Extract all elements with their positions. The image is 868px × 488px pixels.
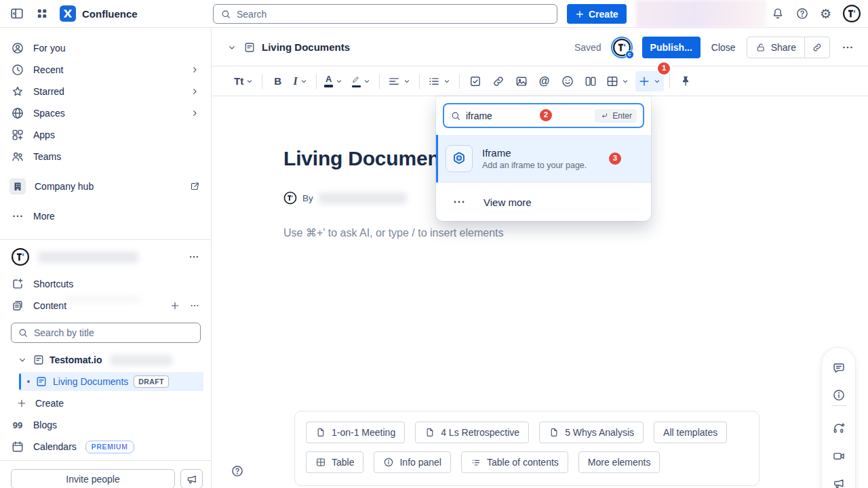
- add-content-icon[interactable]: [170, 300, 180, 311]
- chevron-down-icon[interactable]: [226, 42, 237, 53]
- sidebar-create-page[interactable]: Create: [11, 394, 64, 413]
- doc-icon: [33, 354, 45, 366]
- help-icon[interactable]: [231, 464, 244, 478]
- pages-icon: [11, 299, 24, 312]
- enter-hint: Enter: [595, 109, 637, 123]
- toolbar-emoji-button[interactable]: [557, 71, 577, 92]
- toolbar-bold-button[interactable]: B: [268, 71, 288, 92]
- list-icon: [427, 75, 441, 88]
- template-chip-all-templates[interactable]: All templates: [654, 422, 727, 443]
- chip-label: Table: [332, 457, 354, 468]
- chevron-down-icon[interactable]: [17, 354, 28, 365]
- invite-people-button[interactable]: Invite people: [11, 469, 175, 488]
- gear-icon[interactable]: ⚙: [820, 7, 831, 20]
- draft-badge: DRAFT: [134, 375, 169, 388]
- sidebar-item-spaces[interactable]: Spaces: [5, 102, 205, 124]
- insert-item-iframe[interactable]: Iframe Add an iframe to your page. 3: [436, 135, 651, 182]
- close-button[interactable]: Close: [711, 42, 736, 53]
- quick-templates-panel: 1-on-1 Meeting4 Ls Retrospective5 Whys A…: [294, 411, 760, 486]
- video-icon[interactable]: [832, 449, 846, 463]
- user-avatar[interactable]: [842, 4, 861, 23]
- template-chip-more-elements[interactable]: More elements: [578, 451, 660, 473]
- create-button[interactable]: Create: [567, 4, 627, 24]
- sidebar-item-apps[interactable]: Apps: [5, 124, 205, 146]
- comment-icon[interactable]: [832, 361, 846, 375]
- content-search-input[interactable]: [34, 327, 194, 338]
- tree-item-living-documents[interactable]: Living Documents DRAFT: [19, 372, 203, 391]
- copy-link-button[interactable]: [805, 37, 829, 58]
- view-more-button[interactable]: View more: [436, 182, 651, 221]
- help-icon[interactable]: [795, 7, 809, 20]
- author-avatar[interactable]: [283, 191, 297, 205]
- sidebar-item-more[interactable]: More: [5, 205, 205, 227]
- person-circle-icon: [11, 41, 24, 55]
- toolbar-mention-button[interactable]: @: [534, 71, 554, 92]
- chevron-down-icon: [442, 77, 452, 86]
- sidebar-item-recent[interactable]: Recent: [5, 59, 205, 81]
- toolbar-alignment-button[interactable]: [385, 71, 414, 92]
- search-input[interactable]: [237, 9, 550, 20]
- global-search[interactable]: [213, 4, 557, 24]
- breadcrumb-page-title[interactable]: Living Documents: [262, 41, 350, 53]
- content-more-icon[interactable]: [189, 300, 200, 311]
- template-chip-1-on-1-meeting[interactable]: 1-on-1 Meeting: [306, 422, 405, 443]
- toolbar-layouts-button[interactable]: [580, 71, 600, 92]
- pin-icon: [679, 75, 692, 88]
- confluence-brand[interactable]: Confluence: [60, 5, 138, 22]
- editing-avatar[interactable]: c: [612, 38, 631, 57]
- template-chip-4-ls-retrospective[interactable]: 4 Ls Retrospective: [415, 422, 529, 443]
- align-icon: [387, 75, 401, 88]
- space-avatar: [11, 247, 30, 266]
- headset-plus-icon[interactable]: [832, 422, 846, 435]
- chip-label: Table of contents: [487, 457, 559, 468]
- space-header[interactable]: [5, 245, 205, 268]
- content-search[interactable]: [11, 323, 201, 343]
- template-chip-info-panel[interactable]: Info panel: [374, 451, 451, 473]
- publish-button[interactable]: Publish...: [642, 37, 701, 58]
- toolbar-lists-button[interactable]: [425, 71, 454, 92]
- template-chip-table-of-contents[interactable]: Table of contents: [461, 451, 568, 473]
- page-title[interactable]: Living Documents: [283, 147, 458, 170]
- share-button[interactable]: Share: [747, 37, 804, 58]
- toolbar-highlight-button[interactable]: [349, 71, 374, 92]
- sidebar-item-shortcuts[interactable]: Shortcuts: [5, 273, 205, 295]
- toolbar-image-button[interactable]: [511, 71, 531, 92]
- sidebar-item-starred[interactable]: Starred: [5, 81, 205, 102]
- toolbar-pin-button[interactable]: [675, 71, 695, 92]
- template-chip-5-whys-analysis[interactable]: 5 Whys Analysis: [539, 422, 644, 443]
- redacted-tree-suffix: [110, 355, 172, 365]
- toolbar-italic-button[interactable]: I: [291, 71, 311, 92]
- template-chip-table[interactable]: Table: [306, 451, 363, 473]
- insert-search-input[interactable]: iframe 2 Enter: [443, 103, 644, 128]
- building-glyph: [12, 180, 24, 192]
- sidebar-item-teams[interactable]: Teams: [5, 146, 205, 167]
- sidebar-item-content[interactable]: Content: [5, 295, 205, 317]
- share-label: Share: [771, 42, 796, 53]
- columns-icon: [584, 75, 597, 88]
- more-actions-icon[interactable]: [841, 41, 854, 54]
- collapse-sidebar-icon[interactable]: [9, 6, 24, 21]
- toolbar-table-button[interactable]: [604, 71, 632, 92]
- tree-item-space-root[interactable]: Testomat.io: [17, 351, 172, 369]
- sidebar-item-blogs[interactable]: 99 Blogs: [5, 414, 205, 436]
- toolbar-link-button[interactable]: [488, 71, 508, 92]
- rail-divider: [831, 405, 846, 406]
- page-header: Living Documents Saved c Publish... Clos…: [212, 28, 868, 66]
- sidebar-item-company-hub[interactable]: Company hub: [5, 176, 205, 197]
- feedback-button[interactable]: [180, 469, 203, 488]
- doc-file-icon: [425, 427, 435, 438]
- editor-placeholder[interactable]: Use ⌘+' to ask AI, or type / to insert e…: [283, 226, 504, 239]
- calendar-icon: [11, 440, 24, 453]
- app-switcher-icon[interactable]: [35, 7, 49, 20]
- bell-icon[interactable]: [771, 7, 785, 20]
- info-icon[interactable]: [832, 388, 846, 402]
- space-more-icon[interactable]: [188, 251, 200, 263]
- sidebar-item-calendars[interactable]: Calendars PREMIUM: [5, 436, 205, 458]
- redacted-banner: [636, 0, 766, 28]
- sidebar-item-for-you[interactable]: For you: [5, 37, 205, 59]
- megaphone-icon[interactable]: [832, 476, 846, 488]
- toolbar-insert-button[interactable]: 1: [635, 71, 664, 92]
- toolbar-task-button[interactable]: [465, 71, 485, 92]
- toolbar-text-style-button[interactable]: Tt: [232, 71, 256, 92]
- toolbar-text-color-button[interactable]: A: [322, 71, 346, 92]
